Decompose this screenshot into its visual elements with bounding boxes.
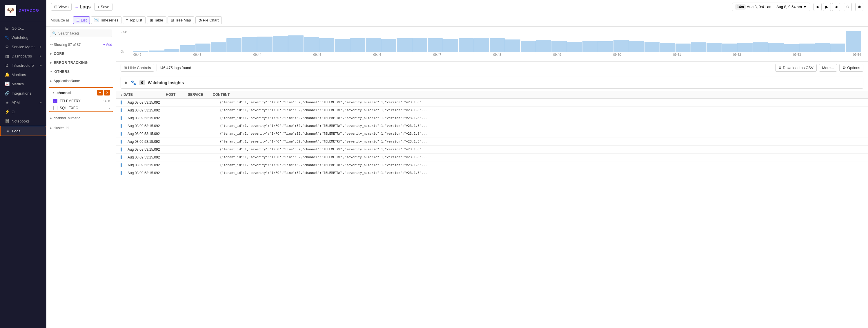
row-indicator [121,124,122,128]
table-row[interactable]: Aug 08 09:53:15.092 {"tenant_id":1,"seve… [116,107,868,114]
sidebar-item-integrations[interactable]: 🔗 Integrations [0,88,46,98]
cell-content: {"tenant_id":1,"severity":"INFO","line":… [220,124,863,128]
chevron-right-icon: ▶ [50,117,52,119]
cell-content: {"tenant_id":1,"severity":"INFO","line":… [220,171,863,175]
views-icon: ⊞ [54,5,57,9]
sidebar-item-metrics[interactable]: 📈 Metrics [0,79,46,88]
histogram-x-label: 09:52 [733,53,741,56]
hide-controls-button[interactable]: ⊞ Hide Controls [121,64,154,72]
sidebar-item-label: Notebooks [11,119,30,124]
chevron-right-icon: ▶ [40,101,42,104]
sidebar-item-apm[interactable]: ◈ APM ▶ [0,98,46,107]
sidebar-item-monitors[interactable]: 🔔 Monitors [0,70,46,79]
table-row[interactable]: Aug 08 09:53:15.092 {"tenant_id":1,"seve… [116,114,868,122]
table-icon: ⊞ [150,18,153,22]
facet-group-core-header[interactable]: ▶ CORE [46,49,116,58]
sidebar-item-label: CI [11,110,16,114]
sidebar-item-logs[interactable]: ≡ Logs [0,126,46,136]
viz-treemap-button[interactable]: ⊟ Tree Map [167,16,194,24]
row-indicator [121,140,122,144]
channel-item-sql-exec[interactable]: SQL_EXEC - [49,105,113,111]
filter-icon-button[interactable]: ▼ [97,90,103,95]
time-range-picker[interactable]: 14m Aug 8, 9:41 am – Aug 8, 9:54 am ▼ [732,3,810,11]
sidebar-item-ci[interactable]: ⚡ CI [0,107,46,116]
chevron-right-icon: ▶ [50,52,52,55]
chevron-down-icon: ▼ [52,91,55,94]
sidebar-item-service-mgmt[interactable]: ⚙ Service Mgmt ▶ [0,42,46,51]
facet-group-others-header[interactable]: ▼ OTHERS [46,67,116,76]
sidebar-item-label: Logs [12,129,20,133]
histogram-bar [768,43,783,52]
table-row[interactable]: Aug 08 09:53:15.092 {"tenant_id":1,"seve… [116,99,868,107]
sidebar-item-infrastructure[interactable]: 🖥 Infrastructure ▶ [0,61,46,70]
facet-subgroup-appname: ▶ ApplicationName [46,76,116,86]
zoom-out-button[interactable]: ⊖ [844,3,852,11]
channel-item-telemetry[interactable]: ✓ TELEMETRY 146k [49,98,113,105]
table-row[interactable]: Aug 08 09:53:15.092 {"tenant_id":1,"seve… [116,161,868,169]
histogram-bar [319,38,334,52]
facet-subgroup-cluster-id-header[interactable]: ▶ cluster_id [46,124,116,132]
logo-area: 🐶 DATADOG [0,0,46,21]
viz-piechart-button[interactable]: ◔ Pie Chart [195,16,222,24]
table-row[interactable]: Aug 08 09:53:15.092 {"tenant_id":1,"seve… [116,146,868,154]
cell-date: Aug 08 09:53:15.092 [128,108,168,112]
time-badge: 14m [735,4,746,9]
logs-table: ↓ DATE HOST SERVICE CONTENT Aug 08 09:53… [116,91,868,328]
sidebar-item-goto[interactable]: ⊞ Go to... [0,24,46,33]
facet-subgroup-appname-header[interactable]: ▶ ApplicationName [46,77,116,85]
histogram-bar [226,38,242,52]
sidebar-item-notebooks[interactable]: 📓 Notebooks [0,116,46,126]
add-facet-button[interactable]: + Add [103,43,112,47]
table-row[interactable]: Aug 08 09:53:15.092 {"tenant_id":1,"seve… [116,122,868,130]
viz-table-button[interactable]: ⊞ Table [147,16,166,24]
play-button[interactable]: ▶ [823,3,831,11]
search-input[interactable] [50,30,112,37]
options-button[interactable]: ⚙ Options [839,64,863,72]
channel-header[interactable]: ▼ channel ▼ ✕ [49,88,113,98]
clear-filter-button[interactable]: ✕ [104,90,110,95]
zoom-in-button[interactable]: ⊕ [855,3,863,11]
sql-exec-checkbox[interactable] [53,106,57,110]
viz-timeseries-button[interactable]: 📉 Timeseries [91,16,122,24]
chevron-right-icon: ▶ [40,45,42,48]
views-button[interactable]: ⊞ Views [51,3,72,11]
histogram-bar [288,35,303,52]
cell-content: {"tenant_id":1,"severity":"INFO","line":… [220,147,863,151]
facet-subgroup-channel-numeric-header[interactable]: ▶ channel_numeric [46,114,116,122]
table-row[interactable]: Aug 08 09:53:15.092 {"tenant_id":1,"seve… [116,154,868,161]
save-button[interactable]: + Save [94,3,113,11]
histogram-x-label: 09:46 [373,53,381,56]
sidebar-item-watchdog[interactable]: 🐾 Watchdog [0,33,46,42]
viz-list-button[interactable]: ☰ List [73,16,90,24]
logo-icon: 🐶 [5,5,16,16]
facet-group-error-tracking-header[interactable]: ▶ ERROR TRACKING [46,58,116,67]
cell-date: Aug 08 09:53:15.092 [128,171,168,175]
table-row[interactable]: Aug 08 09:53:15.092 {"tenant_id":1,"seve… [116,169,868,177]
telemetry-checkbox[interactable]: ✓ [53,99,57,103]
table-row[interactable]: Aug 08 09:53:15.092 {"tenant_id":1,"seve… [116,130,868,138]
metrics-icon: 📈 [5,82,9,86]
viz-toplist-button[interactable]: ≡ Top List [123,16,145,24]
histogram-bar [273,36,288,52]
histogram-bar [737,43,752,52]
histogram-bar [164,49,180,52]
table-row[interactable]: Aug 08 09:53:15.092 {"tenant_id":1,"seve… [116,138,868,146]
expand-icon: ▶ [125,80,128,85]
sidebar-item-label: Monitors [11,73,26,77]
sidebar-item-dashboards[interactable]: ▦ Dashboards ▶ [0,51,46,61]
skip-forward-button[interactable]: ⏭ [832,3,840,11]
download-csv-button[interactable]: ⬇ Download as CSV [775,64,817,72]
histogram-bar [412,38,427,52]
more-button[interactable]: More... [819,64,837,72]
histogram-bar [381,39,396,52]
watchdog-title: Watchdog Insights [148,80,184,85]
skip-back-button[interactable]: ⏮ [813,3,822,11]
cell-content: {"tenant_id":1,"severity":"INFO","line":… [220,132,863,136]
watchdog-banner[interactable]: ▶ 🐾 0 Watchdog Insights [121,77,863,88]
service-mgmt-icon: ⚙ [5,45,9,49]
row-indicator [121,171,122,175]
histogram-x-label: 09:47 [433,53,441,56]
histogram-bar [257,36,272,52]
cell-date: Aug 08 09:53:15.092 [128,101,168,105]
histogram-bar [443,39,458,52]
